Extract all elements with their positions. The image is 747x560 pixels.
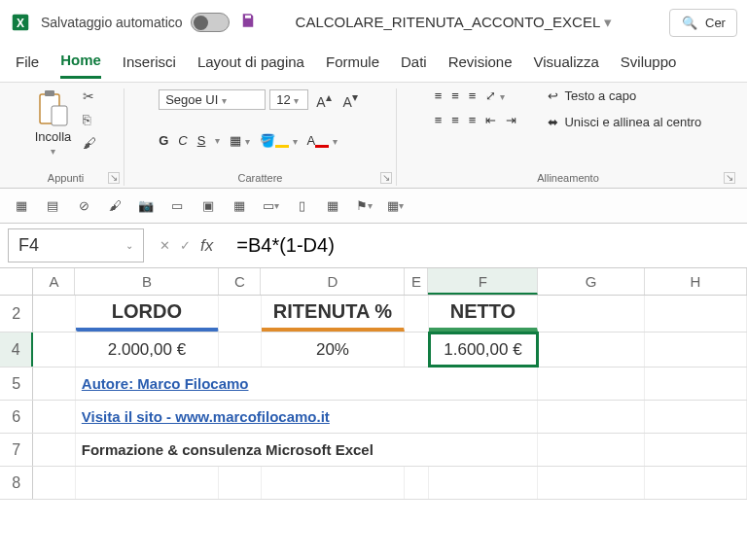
- group-label-alignment: Allineamento: [537, 172, 599, 186]
- tab-view[interactable]: Visualizza: [534, 53, 599, 78]
- underline-button[interactable]: S: [197, 133, 206, 148]
- format-painter-button[interactable]: 🖌: [83, 135, 96, 151]
- qat-btn-icon[interactable]: ▦: [323, 196, 342, 216]
- qat-btn-icon[interactable]: ▯: [292, 196, 311, 216]
- row-header-5[interactable]: 5: [0, 368, 33, 400]
- qat-btn-icon[interactable]: ▦: [12, 196, 31, 216]
- col-header-e[interactable]: E: [405, 268, 428, 295]
- table-row: 5 Autore: Marco Filocamo: [0, 368, 747, 401]
- col-header-h[interactable]: H: [645, 268, 747, 295]
- cell-b4[interactable]: 2.000,00 €: [76, 332, 220, 367]
- col-header-b[interactable]: B: [75, 268, 219, 295]
- excel-logo-icon: X: [10, 12, 31, 33]
- font-name-select[interactable]: Segoe UI ▾: [159, 89, 266, 110]
- qat-btn-icon[interactable]: ⚑▾: [354, 196, 374, 216]
- group-clipboard: Incolla ▾ ✂ ⎘ 🖌 Appunti ↘: [8, 88, 124, 186]
- decrease-font-button[interactable]: A▾: [339, 88, 362, 112]
- borders-button[interactable]: ▦ ▾: [230, 133, 250, 148]
- merge-icon: ⬌: [548, 115, 558, 129]
- cell-f2[interactable]: NETTO: [429, 296, 539, 332]
- table-row: 2 LORDO RITENUTA % NETTO: [0, 296, 747, 332]
- fill-color-button[interactable]: 🪣 ▾: [260, 133, 298, 148]
- qat-btn-icon[interactable]: 📷: [136, 196, 156, 216]
- align-top-button[interactable]: ≡: [435, 88, 443, 103]
- cell-d2[interactable]: RITENUTA %: [262, 296, 406, 332]
- orientation-button[interactable]: ⤢ ▾: [485, 88, 505, 103]
- increase-indent-button[interactable]: ⇥: [506, 113, 516, 127]
- qat-btn-icon[interactable]: ▣: [198, 196, 218, 216]
- col-header-a[interactable]: A: [33, 268, 75, 295]
- tab-file[interactable]: File: [16, 53, 39, 78]
- cell-b2[interactable]: LORDO: [76, 296, 220, 332]
- qat-btn-icon[interactable]: ▦: [230, 196, 249, 216]
- align-left-button[interactable]: ≡: [435, 113, 443, 127]
- qat-btn-icon[interactable]: 🖌: [105, 196, 124, 216]
- dialog-launcher-icon[interactable]: ↘: [380, 172, 392, 184]
- autosave-toggle[interactable]: Salvataggio automatico: [41, 13, 230, 32]
- qat-btn-icon[interactable]: ▤: [43, 196, 62, 216]
- tab-layout[interactable]: Layout di pagina: [197, 53, 304, 78]
- tab-home[interactable]: Home: [60, 52, 101, 79]
- row-header-2[interactable]: 2: [0, 296, 33, 332]
- qat-btn-icon[interactable]: ▭: [167, 196, 187, 216]
- col-header-c[interactable]: C: [219, 268, 261, 295]
- cancel-formula-button[interactable]: ✕: [160, 238, 170, 253]
- wrap-text-button[interactable]: ↩ Testo a capo: [548, 88, 701, 103]
- title-bar: X Salvataggio automatico CALCOLARE_RITEN…: [0, 0, 747, 45]
- align-middle-button[interactable]: ≡: [451, 88, 459, 103]
- font-color-button[interactable]: A ▾: [307, 133, 338, 148]
- align-bottom-button[interactable]: ≡: [469, 88, 477, 103]
- table-row: 8: [0, 467, 747, 500]
- cell-b7[interactable]: Formazione & consulenza Microsoft Excel: [76, 434, 538, 466]
- dialog-launcher-icon[interactable]: ↘: [108, 172, 120, 184]
- italic-button[interactable]: C: [178, 133, 187, 148]
- tab-data[interactable]: Dati: [401, 53, 427, 78]
- qat-btn-icon[interactable]: ▭▾: [261, 196, 280, 216]
- chevron-down-icon[interactable]: ▾: [604, 14, 612, 30]
- chevron-down-icon[interactable]: ⌄: [125, 240, 133, 251]
- col-header-g[interactable]: G: [538, 268, 645, 295]
- name-box[interactable]: F4 ⌄: [8, 228, 144, 262]
- chevron-down-icon[interactable]: ▾: [51, 146, 55, 157]
- paste-button[interactable]: [36, 88, 69, 127]
- cell-b5[interactable]: Autore: Marco Filocamo: [76, 368, 538, 400]
- row-header-4[interactable]: 4: [0, 332, 33, 367]
- toggle-switch-icon[interactable]: [191, 13, 230, 32]
- dialog-launcher-icon[interactable]: ↘: [724, 172, 735, 184]
- cell-f4-selected[interactable]: 1.600,00 €: [429, 332, 539, 367]
- increase-font-button[interactable]: A▴: [312, 88, 335, 112]
- merge-center-button[interactable]: ⬌ Unisci e allinea al centro: [548, 115, 701, 129]
- group-font: Segoe UI ▾ 12 ▾ A▴ A▾ G C S ▾ ▦ ▾ 🪣 ▾ A …: [124, 88, 397, 186]
- select-all-corner[interactable]: [0, 268, 33, 295]
- spreadsheet-grid[interactable]: A B C D E F G H 2 LORDO RITENUTA % NETTO…: [0, 268, 747, 500]
- fx-icon[interactable]: fx: [200, 236, 213, 256]
- row-header-6[interactable]: 6: [0, 401, 33, 433]
- align-right-button[interactable]: ≡: [469, 113, 477, 127]
- row-header-8[interactable]: 8: [0, 467, 33, 499]
- col-header-d[interactable]: D: [261, 268, 405, 295]
- search-input[interactable]: 🔍 Cer: [669, 9, 737, 37]
- group-label-font: Carattere: [238, 172, 283, 186]
- tab-insert[interactable]: Inserisci: [123, 53, 176, 78]
- copy-button[interactable]: ⎘: [83, 112, 96, 127]
- tab-formulas[interactable]: Formule: [326, 53, 379, 78]
- font-size-select[interactable]: 12 ▾: [269, 89, 308, 110]
- qat-btn-icon[interactable]: ▦▾: [385, 196, 405, 216]
- tab-developer[interactable]: Sviluppo: [621, 53, 677, 78]
- cell-d4[interactable]: 20%: [262, 332, 406, 367]
- align-center-button[interactable]: ≡: [451, 113, 459, 127]
- decrease-indent-button[interactable]: ⇤: [485, 113, 496, 127]
- cut-button[interactable]: ✂: [83, 88, 96, 104]
- document-title[interactable]: CALCOLARE_RITENUTA_ACCONTO_EXCEL▾: [296, 14, 613, 31]
- bold-button[interactable]: G: [159, 133, 168, 148]
- save-button[interactable]: [239, 12, 257, 34]
- qat-btn-icon[interactable]: ⊘: [74, 196, 93, 216]
- row-header-7[interactable]: 7: [0, 434, 33, 466]
- search-icon: 🔍: [682, 16, 697, 30]
- col-header-f[interactable]: F: [428, 268, 538, 295]
- formula-input[interactable]: [229, 230, 739, 261]
- cell-b6[interactable]: Visita il sito - www.marcofilocamo.it: [76, 401, 538, 433]
- accept-formula-button[interactable]: ✓: [180, 238, 191, 253]
- ribbon-tabs: File Home Inserisci Layout di pagina For…: [0, 45, 747, 82]
- tab-review[interactable]: Revisione: [448, 53, 513, 78]
